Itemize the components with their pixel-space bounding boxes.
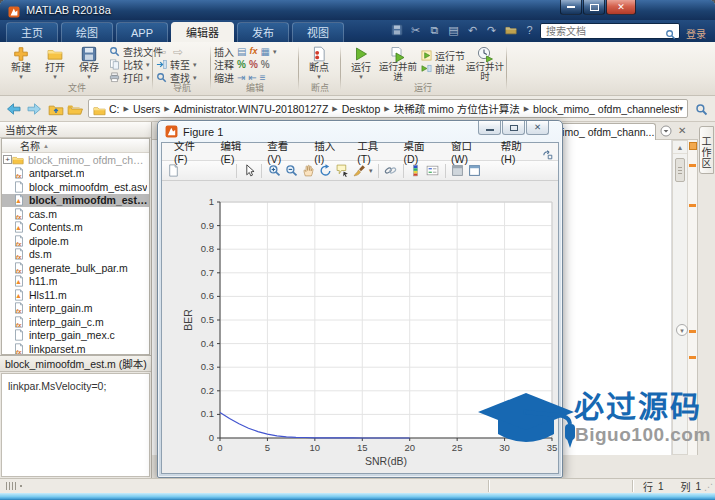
wrap-comment-icon[interactable]: %: [261, 59, 270, 70]
save-icon[interactable]: [390, 24, 403, 37]
folder-search-icon[interactable]: [695, 102, 708, 115]
tab-APP[interactable]: APP: [116, 22, 168, 42]
open-button[interactable]: 打开▾: [38, 45, 72, 80]
up-folder-icon[interactable]: [48, 101, 64, 117]
figure-menu-文件F[interactable]: 文件(F): [168, 138, 213, 165]
search-icon[interactable]: [665, 26, 676, 37]
restore-button[interactable]: [583, 0, 605, 15]
code-marker[interactable]: [689, 164, 696, 167]
figure-menu-编辑E[interactable]: 编辑(E): [214, 138, 260, 165]
file-row[interactable]: fxinterp_gain_c.m: [2, 315, 149, 329]
help-icon[interactable]: ?: [523, 24, 536, 37]
advance-button[interactable]: 前进: [421, 62, 465, 75]
tab-视图[interactable]: 视图: [292, 22, 344, 42]
save-button[interactable]: 保存▾: [72, 45, 106, 80]
new-button[interactable]: 新建▾: [4, 45, 38, 80]
cut-icon[interactable]: ✂: [409, 24, 422, 37]
file-row[interactable]: fxcas.m: [2, 207, 149, 221]
copy-icon[interactable]: ⧉: [428, 24, 441, 37]
figure-minimize-button[interactable]: [478, 121, 501, 135]
figure-maximize-button[interactable]: [502, 121, 525, 135]
uncomment-icon[interactable]: %: [249, 59, 258, 70]
data-cursor-icon[interactable]: [335, 164, 349, 178]
legend-icon[interactable]: [426, 164, 440, 178]
pointer-icon[interactable]: [242, 164, 256, 178]
print-icon[interactable]: [217, 164, 231, 178]
file-row[interactable]: fxantparset.m: [2, 167, 149, 181]
rotate3d-icon[interactable]: [318, 164, 332, 178]
run-button[interactable]: 运行▾: [344, 45, 378, 80]
back-icon[interactable]: [6, 101, 22, 117]
expand-icon[interactable]: +: [3, 155, 12, 164]
code-marker[interactable]: [689, 356, 696, 359]
workspace-tab[interactable]: 工作区: [699, 126, 714, 174]
tab-编辑器[interactable]: 编辑器: [171, 22, 234, 42]
search-input[interactable]: [544, 25, 665, 38]
breadcrumb-segment[interactable]: 块稀疏 mimo 方位估计算法: [394, 101, 520, 116]
pane-collapse-icon[interactable]: ▾: [676, 324, 688, 336]
save-icon[interactable]: [200, 164, 214, 178]
figure-menu-窗口W[interactable]: 窗口(W): [445, 138, 494, 165]
figure-menu-桌面D[interactable]: 桌面(D): [398, 138, 445, 165]
sign-in-link[interactable]: 登录: [686, 26, 706, 41]
breakpoints-button[interactable]: 断点▾: [302, 45, 336, 80]
breadcrumb-segment[interactable]: Users: [133, 103, 160, 115]
code-marker[interactable]: [689, 204, 696, 207]
dock-b-icon[interactable]: [468, 164, 482, 178]
code-marker[interactable]: [689, 330, 696, 333]
insert-doc-icon[interactable]: ▤: [237, 46, 246, 57]
tab-绘图[interactable]: 绘图: [61, 22, 113, 42]
name-column-header[interactable]: 名称▲: [2, 139, 149, 153]
file-row[interactable]: ▲Contents.m: [2, 221, 149, 235]
open-icon[interactable]: [183, 164, 197, 178]
breadcrumb-segment[interactable]: C:: [109, 103, 120, 115]
back-icon[interactable]: ⇦: [156, 45, 170, 59]
link-plots-icon[interactable]: [384, 164, 398, 178]
breadcrumb-segment[interactable]: block_mimo_ ofdm_channelestimation: [533, 103, 679, 115]
file-row[interactable]: fxgenerate_bulk_par.m: [2, 261, 149, 275]
figure-menu-工具T[interactable]: 工具(T): [351, 138, 396, 165]
breadcrumb-segment[interactable]: Desktop: [342, 103, 381, 115]
pan-icon[interactable]: [301, 164, 315, 178]
redo-icon[interactable]: ↷: [485, 24, 498, 37]
breadcrumb-dropdown-icon[interactable]: ▾: [679, 104, 683, 113]
run-advance-button[interactable]: 运行并前进: [378, 45, 418, 82]
comment-icon[interactable]: %: [237, 59, 246, 70]
forward-icon[interactable]: [26, 101, 42, 117]
figure-menu-插入I[interactable]: 插入(I): [308, 138, 350, 165]
tab-menu-icon[interactable]: [660, 125, 672, 137]
breadcrumb[interactable]: C:▶Users▶Administrator.WIN7U-20180127Z▶D…: [88, 99, 688, 118]
file-row[interactable]: fxdipole.m: [2, 234, 149, 248]
close-button[interactable]: ✕: [606, 0, 636, 15]
scrollbar-thumb[interactable]: [675, 158, 685, 182]
file-row[interactable]: fxlinkparset.m: [2, 342, 149, 355]
paste-icon[interactable]: ▤: [447, 24, 460, 37]
file-row[interactable]: ▲Hls11.m: [2, 288, 149, 302]
browse-folder-icon[interactable]: [67, 101, 83, 117]
insert-image-icon[interactable]: ▦: [260, 46, 269, 57]
file-row[interactable]: +block_mimo_ ofdm_channel...: [2, 153, 149, 167]
dock-figure-icon[interactable]: [542, 146, 553, 157]
zoom-out-icon[interactable]: [284, 164, 298, 178]
zoom-in-icon[interactable]: [267, 164, 281, 178]
new-doc-icon[interactable]: [166, 164, 180, 178]
scroll-up-icon[interactable]: ▲: [673, 141, 687, 154]
tab-发布[interactable]: 发布: [237, 22, 289, 42]
dock-a-icon[interactable]: [451, 164, 465, 178]
message-indicator[interactable]: [689, 142, 697, 150]
run-time-button[interactable]: 运行并计时: [465, 45, 505, 82]
undo-icon[interactable]: ↶: [466, 24, 479, 37]
chevron-down-icon[interactable]: ▾: [369, 167, 373, 175]
file-row[interactable]: interp_gain_mex.c: [2, 329, 149, 343]
file-row[interactable]: ▲h11.m: [2, 275, 149, 289]
folder-icon[interactable]: [504, 24, 517, 37]
file-row[interactable]: fxinterp_gain.m: [2, 302, 149, 316]
brush-icon[interactable]: [352, 164, 366, 178]
file-row[interactable]: ▲block_mimoofdm_est.m: [2, 194, 149, 208]
file-row[interactable]: fxds.m: [2, 248, 149, 262]
doc-search-box[interactable]: [540, 23, 680, 39]
breadcrumb-segment[interactable]: Administrator.WIN7U-20180127Z: [174, 103, 329, 115]
figure-menu-帮助H[interactable]: 帮助(H): [495, 138, 542, 165]
figure-close-button[interactable]: ✕: [526, 121, 549, 135]
insert-fx-icon[interactable]: fx: [249, 46, 257, 57]
